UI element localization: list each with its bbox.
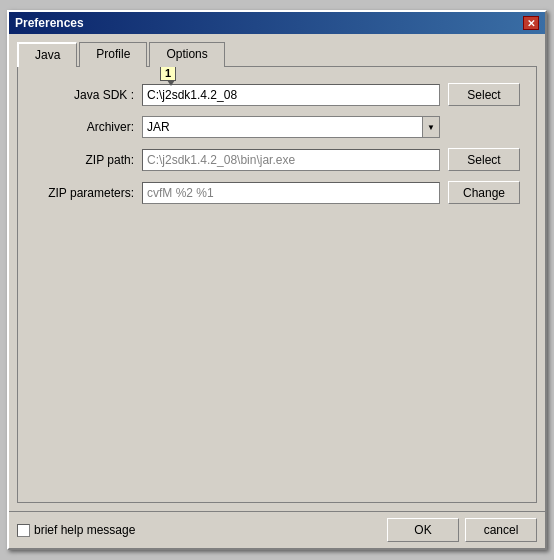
help-checkbox-area: brief help message	[17, 523, 135, 537]
java-sdk-label: Java SDK :	[34, 88, 134, 102]
archiver-select[interactable]: JAR ZIP	[142, 116, 440, 138]
help-checkbox[interactable]	[17, 524, 30, 537]
archiver-select-wrapper: JAR ZIP ▼	[142, 116, 440, 138]
preferences-dialog: Preferences ✕ Java Profile Options Java …	[7, 10, 547, 550]
java-sdk-input[interactable]	[142, 84, 440, 106]
tab-profile[interactable]: Profile	[79, 42, 147, 67]
zip-params-label: ZIP parameters:	[34, 186, 134, 200]
archiver-row: Archiver: JAR ZIP ▼	[34, 116, 520, 138]
cancel-button[interactable]: cancel	[465, 518, 537, 542]
help-checkbox-label: brief help message	[34, 523, 135, 537]
zip-params-change-button[interactable]: Change	[448, 181, 520, 204]
zip-path-select-button[interactable]: Select	[448, 148, 520, 171]
dialog-footer: brief help message OK cancel	[9, 511, 545, 548]
java-sdk-select-button[interactable]: Select	[448, 83, 520, 106]
zip-params-input[interactable]	[142, 182, 440, 204]
java-sdk-row: Java SDK : 1 Select	[34, 83, 520, 106]
close-button[interactable]: ✕	[523, 16, 539, 30]
zip-path-input[interactable]	[142, 149, 440, 171]
tab-bar: Java Profile Options	[17, 42, 537, 67]
zip-path-label: ZIP path:	[34, 153, 134, 167]
dialog-title: Preferences	[15, 16, 84, 30]
archiver-label: Archiver:	[34, 120, 134, 134]
zip-params-row: ZIP parameters: Change	[34, 181, 520, 204]
tab-java[interactable]: Java	[17, 42, 77, 67]
ok-button[interactable]: OK	[387, 518, 459, 542]
zip-path-row: ZIP path: Select	[34, 148, 520, 171]
dialog-content: Java Profile Options Java SDK : 1	[9, 34, 545, 511]
footer-buttons: OK cancel	[387, 518, 537, 542]
tab-content-java: Java SDK : 1 Select Archiver:	[17, 66, 537, 503]
tab-options[interactable]: Options	[149, 42, 224, 67]
title-bar: Preferences ✕	[9, 12, 545, 34]
